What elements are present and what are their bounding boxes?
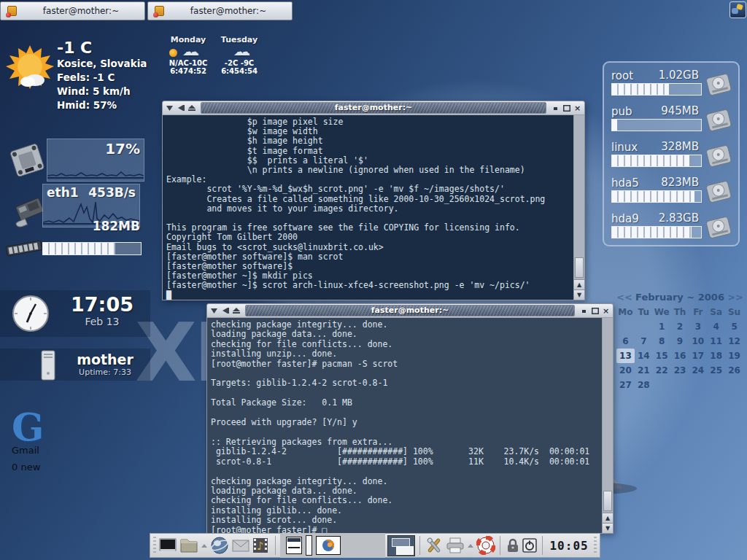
calendar-day[interactable]: 4 [707,319,725,334]
calendar-day[interactable]: 18 [707,349,725,363]
power-button[interactable] [522,535,538,556]
settings-launcher[interactable] [425,535,444,556]
close-button[interactable]: × [573,104,582,112]
host-desklet[interactable]: mother Uptime: 7:33 [61,351,149,377]
stick-icon[interactable] [187,104,196,112]
cpu-graph [47,160,144,179]
gmail-desklet[interactable]: G Gmail 0 new [12,410,44,472]
window-menu-icon[interactable] [165,104,174,112]
stick-icon[interactable] [231,306,241,315]
scroll-up-icon[interactable]: ▲ [574,279,584,289]
taskbar-window-2[interactable]: faster@mother:~ [147,1,293,20]
workspace-pager[interactable] [387,535,415,556]
scroll-down-icon[interactable]: ▼ [603,523,613,533]
panel-separator [275,536,276,555]
help-launcher[interactable] [476,535,495,556]
calendar-day[interactable]: 13 [616,349,635,363]
scrollbar-thumb[interactable] [603,491,612,511]
calendar-day[interactable]: 24 [689,363,707,378]
calendar-day[interactable]: 2 [671,319,689,334]
scroll-up-icon[interactable]: ▲ [603,513,613,523]
taskbar-window-1[interactable]: faster@mother:~ [0,1,145,20]
harddisk-icon [705,143,732,168]
calendar-day[interactable]: 21 [635,363,653,378]
calendar-day[interactable]: 15 [653,349,671,363]
calendar-day[interactable]: 7 [635,334,653,349]
mail-launcher[interactable] [231,535,249,556]
terminal-launcher[interactable] [158,535,177,556]
disk-usage-panel: root 1.02GB pub 945MB linux 328MB hda5 8… [603,61,740,246]
calendar-prev-button[interactable]: << [616,292,632,303]
scroll-down-icon[interactable]: ▼ [574,289,584,300]
calendar-day[interactable]: 14 [635,349,653,363]
forecast-desklet[interactable]: Monday ☁☁ N/AC-10C 6:474:52 Tuesday ☁☁ -… [168,35,260,75]
panel-grip[interactable] [153,537,156,554]
launcher-popup-arrow-icon[interactable] [468,544,473,548]
terminal-1-titlebar[interactable]: faster@mother:~ × [163,101,584,115]
calendar-day[interactable]: 20 [616,363,635,378]
maximize-button[interactable] [562,104,571,112]
browser-launcher[interactable] [210,535,229,556]
window-menu-icon[interactable] [209,306,219,315]
panel-grip[interactable] [594,537,597,554]
calendar-day[interactable]: 5 [725,319,743,334]
shade-icon[interactable] [220,306,230,315]
terminal-2-scrollbar[interactable]: ▲ ▼ [602,318,613,533]
maximize-button[interactable] [590,306,600,315]
media-player-launcher[interactable]: ♪ [252,535,271,556]
calendar-day[interactable]: 25 [707,363,725,378]
disk-bar [611,226,702,238]
systray-puzzle-icon[interactable] [729,1,746,18]
tasklist-window-icon[interactable] [286,537,302,554]
firefox-task-icon[interactable] [316,536,341,555]
calendar-day[interactable]: 16 [671,349,689,363]
terminal-line [211,427,600,437]
calendar-day[interactable]: 3 [689,319,707,334]
terminal-1-scrollbar[interactable]: ▲ ▼ [573,115,584,300]
terminal-2-screen[interactable]: checking package integrity... done.loadi… [207,318,602,533]
terminal-line: :: Retrieving packages from extra... [211,438,600,447]
lock-screen-button[interactable] [505,535,520,556]
weather-desklet[interactable]: -1 C Kosice, Slovakia Feels: -1 C Wind: … [57,39,147,112]
calendar-day[interactable]: 23 [671,363,689,378]
cpu-monitor[interactable]: 17% [47,139,144,182]
close-button[interactable]: × [601,306,611,315]
calendar-day [707,378,725,392]
clock-desklet[interactable]: 17:05 Feb 13 [58,293,146,327]
calendar-day[interactable]: 17 [689,349,707,363]
calendar-day[interactable]: 27 [616,378,635,392]
calendar-day[interactable]: 26 [725,363,743,378]
calendar-day[interactable]: 12 [725,334,743,349]
sun-cloud-icon[interactable] [6,44,54,92]
calendar-weekday: We [653,305,671,319]
terminal-line: installing scrot... done. [211,516,600,525]
calendar-next-button[interactable]: >> [727,292,743,303]
calendar-day[interactable]: 1 [653,319,671,334]
terminal-1-screen[interactable]: $p image pixel size $w image width $h im… [163,115,573,300]
calendar-day[interactable]: 9 [671,334,689,349]
calendar-day[interactable]: 22 [653,363,671,378]
calendar-day[interactable]: 8 [653,334,671,349]
terminal-line: █ [166,291,572,300]
disk-bar [611,190,702,203]
calendar-day[interactable]: 11 [707,334,725,349]
calendar-day[interactable]: 6 [616,334,635,349]
uptime: Uptime: 7:33 [61,368,149,377]
launcher-popup-arrow-icon[interactable] [201,544,207,548]
terminal-line: giblib-1.2.4-2 [############] 100% 32K 2… [211,447,600,456]
minimize-button[interactable] [551,104,560,112]
calendar-day[interactable]: 19 [725,349,743,363]
tasklist-handle[interactable] [306,535,312,556]
disk-row: linux 328MB [611,140,732,176]
calendar-day[interactable]: 28 [635,378,653,392]
calendar-day[interactable]: 10 [689,334,707,349]
file-manager-launcher[interactable] [179,535,198,556]
minimize-button[interactable] [579,306,589,315]
terminal-2-titlebar[interactable]: faster@mother:~ × [207,304,613,318]
shade-icon[interactable] [176,104,185,112]
panel-lcd-clock[interactable]: 10:05 [549,539,588,553]
scrollbar-thumb[interactable] [575,257,584,278]
analog-clock-icon[interactable] [12,295,50,332]
terminal-line: $t image format [166,147,572,156]
printer-launcher[interactable] [446,535,465,556]
